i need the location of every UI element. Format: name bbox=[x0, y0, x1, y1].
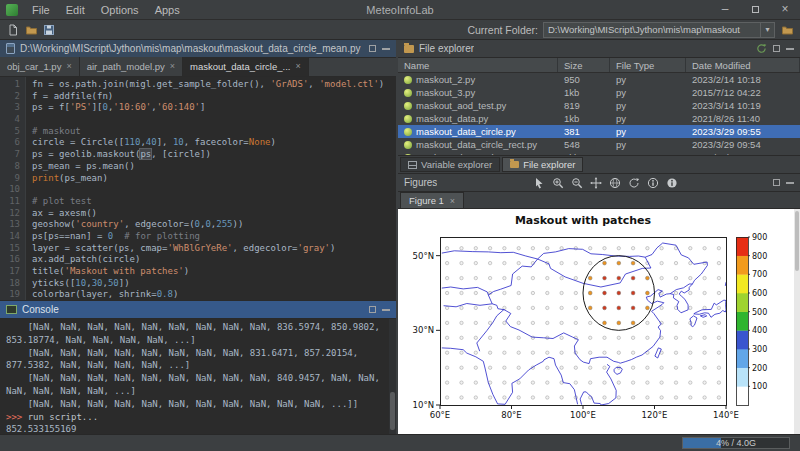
rotate-icon[interactable] bbox=[626, 176, 642, 190]
table-row[interactable]: maskout_data_circle.py381py2023/3/29 09:… bbox=[398, 125, 800, 138]
figure-scrollbar[interactable] bbox=[794, 209, 800, 434]
menu-options[interactable]: Options bbox=[93, 0, 147, 20]
refresh-icon[interactable] bbox=[756, 40, 767, 58]
current-folder-label: Current Folder: bbox=[467, 24, 538, 36]
line-number: 18 bbox=[0, 278, 20, 290]
zoom-in-icon[interactable] bbox=[550, 176, 566, 190]
line-number: 9 bbox=[0, 173, 20, 185]
menu-edit[interactable]: Edit bbox=[58, 0, 93, 20]
browse-folder-button[interactable] bbox=[778, 22, 796, 38]
scrollbar-thumb[interactable] bbox=[390, 392, 395, 430]
console-output[interactable]: [NaN, NaN, NaN, NaN, NaN, NaN, NaN, NaN,… bbox=[0, 319, 396, 434]
file-type-cell: py bbox=[610, 99, 686, 112]
float-panel-icon[interactable] bbox=[773, 179, 780, 186]
y-tick-label: 50°N bbox=[413, 251, 434, 261]
current-folder-combobox[interactable]: D:\Working\MIScript\Jython\mis\map\masko… bbox=[543, 22, 775, 38]
memory-indicator[interactable]: 4% / 4.0G bbox=[682, 437, 790, 449]
console-line: 853.18774, NaN, NaN, NaN, NaN, ...] bbox=[6, 335, 386, 348]
file-size-cell: 1kb bbox=[558, 86, 610, 99]
code-line: ax.add_patch(circle) bbox=[32, 254, 396, 266]
close-tab-icon[interactable]: × bbox=[450, 196, 455, 206]
minimize-panel-icon[interactable] bbox=[382, 48, 390, 50]
editor-tab[interactable]: air_path_model.py× bbox=[80, 57, 183, 76]
colorbar-label: 100 bbox=[752, 382, 767, 391]
dropdown-arrow-icon[interactable]: ▾ bbox=[760, 23, 774, 37]
line-number: 8 bbox=[0, 161, 20, 173]
console-line: NaN, NaN, NaN, NaN, ...] bbox=[6, 386, 386, 399]
console-panel: Console [NaN, NaN, NaN, NaN, NaN, NaN, N… bbox=[0, 300, 396, 434]
info-icon[interactable] bbox=[664, 176, 680, 190]
line-number: 14 bbox=[0, 231, 20, 243]
tab-variable-explorer[interactable]: Variable explorer bbox=[400, 157, 500, 172]
figure-chart: Maskout with patches60°E80°E100°E120°E14… bbox=[398, 209, 800, 434]
bottom-tab-label: Variable explorer bbox=[421, 159, 492, 170]
explorer-bottom-tabs: Variable explorerFile explorer bbox=[398, 155, 800, 173]
menu-file[interactable]: File bbox=[24, 0, 58, 20]
float-panel-icon[interactable] bbox=[369, 306, 376, 313]
editor-code[interactable]: fn = os.path.join(migl.get_sample_folder… bbox=[26, 77, 396, 300]
editor-tab-label: obj_car_1.py bbox=[7, 61, 61, 72]
table-row[interactable]: maskout_aod_test.py819py2023/3/14 10:19 bbox=[398, 99, 800, 112]
console-scrollbar[interactable] bbox=[389, 319, 396, 434]
minimize-button[interactable]: – bbox=[710, 0, 740, 19]
maximize-button[interactable] bbox=[740, 0, 770, 19]
table-row[interactable]: maskout_data.py1kbpy2021/8/26 11:40 bbox=[398, 112, 800, 125]
py-file-icon bbox=[404, 89, 412, 97]
menu-apps[interactable]: Apps bbox=[147, 0, 188, 20]
editor-tab[interactable]: obj_car_1.py× bbox=[0, 57, 80, 76]
close-tab-icon[interactable]: × bbox=[295, 62, 300, 71]
column-header-size[interactable]: Size bbox=[558, 58, 610, 72]
figure-tab[interactable]: Figure 1 × bbox=[400, 192, 464, 208]
open-folder-icon[interactable] bbox=[22, 22, 40, 38]
left-column: D:\Working\MIScript\Jython\mis\map\masko… bbox=[0, 40, 396, 434]
close-tab-icon[interactable]: × bbox=[170, 62, 175, 71]
zoom-out-icon[interactable] bbox=[569, 176, 585, 190]
column-header-date-modified[interactable]: Date Modified bbox=[686, 58, 800, 72]
editor-tab-label: maskout_data_circle_... bbox=[190, 61, 290, 72]
scrollbar-thumb[interactable] bbox=[795, 211, 799, 271]
close-tab-icon[interactable]: × bbox=[66, 62, 71, 71]
file-date-cell: 2023/3/29 09:55 bbox=[686, 125, 800, 138]
minimize-panel-icon[interactable] bbox=[786, 48, 794, 50]
file-table-header: NameSizeFile TypeDate Modified bbox=[398, 58, 800, 73]
editor-tab[interactable]: maskout_data_circle_...× bbox=[183, 57, 309, 76]
x-tick-label: 120°E bbox=[642, 410, 668, 420]
table-row[interactable]: maskout_2.py950py2023/2/14 10:18 bbox=[398, 73, 800, 86]
x-tick-label: 60°E bbox=[430, 410, 450, 420]
pan-icon[interactable] bbox=[588, 176, 604, 190]
code-line: ps_mean = ps.mean() bbox=[32, 161, 396, 173]
window-title: MeteoInfoLab bbox=[366, 4, 433, 16]
new-file-icon[interactable] bbox=[4, 22, 22, 38]
minimize-panel-icon[interactable] bbox=[382, 309, 390, 311]
select-arrow-icon[interactable] bbox=[531, 176, 547, 190]
close-button[interactable]: × bbox=[770, 0, 800, 19]
float-panel-icon[interactable] bbox=[369, 45, 376, 52]
editor-gutter: 12345678910111213141516171819 bbox=[0, 77, 26, 300]
table-row[interactable]: maskout_3.py1kbpy2015/7/12 04:22 bbox=[398, 86, 800, 99]
line-number: 3 bbox=[0, 102, 20, 114]
file-date-cell: 2023/3/14 10:19 bbox=[686, 99, 800, 112]
file-explorer-title: File explorer bbox=[419, 43, 474, 54]
minimize-panel-icon[interactable] bbox=[786, 182, 794, 184]
code-line: # plot test bbox=[32, 196, 396, 208]
tab-file-explorer[interactable]: File explorer bbox=[502, 157, 583, 172]
line-number: 19 bbox=[0, 289, 20, 300]
file-type-cell: py bbox=[610, 73, 686, 86]
globe-icon[interactable] bbox=[607, 176, 623, 190]
code-line: f = addfile(fn) bbox=[32, 91, 396, 103]
figures-header: Figures bbox=[398, 174, 800, 192]
app-icon bbox=[6, 4, 18, 16]
colorbar-label: 600 bbox=[752, 289, 767, 298]
table-row[interactable]: maskout_data_circle_rect.py548py2023/3/2… bbox=[398, 138, 800, 151]
code-line: ps = f['PS'][0,'10:60','60:140'] bbox=[32, 102, 396, 114]
py-file-icon bbox=[404, 128, 412, 136]
float-panel-icon[interactable] bbox=[773, 45, 780, 52]
figure-canvas[interactable]: Maskout with patches60°E80°E100°E120°E14… bbox=[398, 209, 800, 434]
identify-icon[interactable] bbox=[645, 176, 661, 190]
titlebar: FileEditOptionsApps MeteoInfoLab – × bbox=[0, 0, 800, 20]
save-icon[interactable] bbox=[40, 22, 58, 38]
column-header-file-type[interactable]: File Type bbox=[610, 58, 686, 72]
column-header-name[interactable]: Name bbox=[398, 58, 558, 72]
figure-tab-label: Figure 1 bbox=[409, 195, 444, 206]
console-line: [NaN, NaN, NaN, NaN, NaN, NaN, NaN, NaN,… bbox=[6, 399, 386, 412]
